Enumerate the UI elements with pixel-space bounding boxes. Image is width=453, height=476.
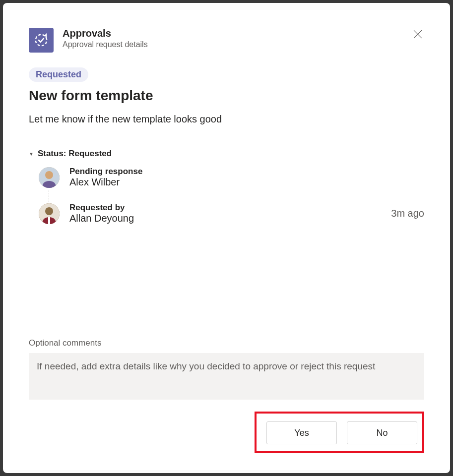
participant-info: Requested by Allan Deyoung — [69, 203, 381, 224]
svg-point-2 — [45, 171, 53, 179]
participant-name: Alex Wilber — [69, 177, 414, 188]
header-left: Approvals Approval request details — [29, 28, 148, 53]
participant-row: Requested by Allan Deyoung 3m ago — [39, 203, 424, 224]
header-text: Approvals Approval request details — [63, 28, 148, 49]
yes-button[interactable]: Yes — [266, 421, 337, 444]
comments-textarea[interactable] — [29, 353, 424, 400]
svg-point-4 — [45, 207, 53, 215]
close-icon — [413, 30, 422, 39]
status-badge-container: Requested — [29, 67, 424, 88]
no-button[interactable]: No — [347, 421, 417, 444]
participant-row: Pending response Alex Wilber — [39, 167, 424, 188]
modal-header: Approvals Approval request details — [29, 28, 424, 53]
checkmark-circle-icon — [34, 33, 49, 48]
avatar-person-icon — [39, 203, 60, 224]
participant-info: Pending response Alex Wilber — [69, 167, 414, 188]
status-header[interactable]: ▼ Status: Requested — [29, 149, 424, 159]
avatar — [39, 203, 60, 224]
participants-list: Pending response Alex Wilber Requested b… — [29, 167, 424, 224]
spacer — [29, 234, 424, 338]
request-title: New form template — [29, 88, 424, 104]
status-label: Status: Requested — [38, 149, 112, 159]
approvals-app-icon — [29, 28, 54, 53]
close-button[interactable] — [411, 28, 424, 42]
comments-label: Optional comments — [29, 338, 424, 348]
status-badge: Requested — [29, 67, 88, 82]
request-description: Let me know if the new template looks go… — [29, 114, 424, 125]
avatar — [39, 167, 60, 188]
caret-down-icon: ▼ — [29, 151, 34, 157]
svg-rect-5 — [48, 217, 50, 224]
status-section: ▼ Status: Requested Pending response Ale… — [29, 149, 424, 224]
participant-label: Requested by — [69, 203, 381, 213]
participant-label: Pending response — [69, 167, 414, 177]
modal-footer: Yes No — [255, 412, 424, 453]
approvals-modal: Approvals Approval request details Reque… — [3, 3, 450, 473]
timestamp: 3m ago — [391, 208, 424, 219]
participant-name: Allan Deyoung — [69, 213, 381, 224]
comments-section: Optional comments — [29, 338, 424, 402]
avatar-person-icon — [39, 167, 60, 188]
app-subtitle: Approval request details — [63, 40, 148, 49]
app-title: Approvals — [63, 28, 148, 39]
